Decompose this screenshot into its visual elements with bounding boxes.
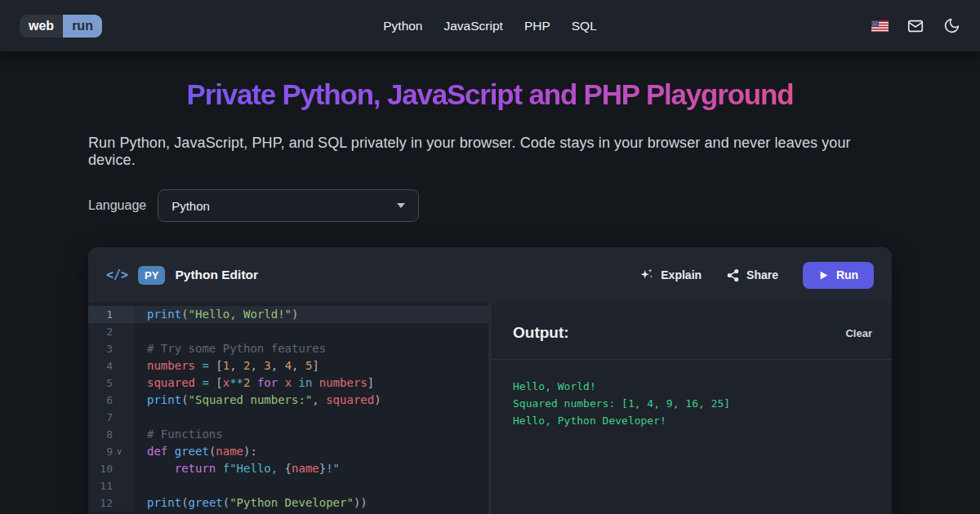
logo-run: run: [63, 15, 102, 38]
line-number: 3: [88, 340, 134, 357]
page-subtitle: Run Python, JavaScript, PHP, and SQL pri…: [88, 135, 892, 169]
output-line: Hello, World!: [513, 378, 871, 395]
line-number: 12: [88, 494, 134, 512]
logo[interactable]: web run: [20, 15, 102, 38]
mail-icon[interactable]: [906, 17, 924, 35]
editor-header: </> PY Python Editor Explain: [88, 247, 892, 303]
code-lines: 1print("Hello, World!")23# Try some Pyth…: [88, 306, 488, 512]
navbar: web run PythonJavaScriptPHPSQL: [0, 0, 980, 51]
line-number: 1: [88, 306, 134, 323]
code-editor[interactable]: 1print("Hello, World!")23# Try some Pyth…: [88, 303, 488, 514]
output-line: Hello, Python Developer!: [513, 412, 871, 429]
line-number: 10: [88, 460, 134, 477]
code-line-12[interactable]: 12print(greet("Python Developer")): [88, 494, 488, 512]
code-icon: </>: [106, 268, 128, 282]
nav-links: PythonJavaScriptPHPSQL: [383, 19, 597, 33]
logo-web: web: [20, 15, 63, 38]
line-number: 11: [88, 477, 134, 494]
language-row: Language Python: [88, 189, 892, 222]
line-number: 4: [88, 357, 134, 374]
page-title: Private Python, JavaScript and PHP Playg…: [88, 78, 892, 111]
language-label: Language: [88, 198, 146, 213]
editor-body: 1print("Hello, World!")23# Try some Pyth…: [88, 303, 892, 514]
output-line: Squared numbers: [1, 4, 9, 16, 25]: [513, 395, 871, 412]
code-line-11[interactable]: 11: [88, 477, 488, 494]
explain-button[interactable]: Explain: [639, 268, 702, 282]
run-label: Run: [836, 268, 858, 281]
play-icon: [818, 270, 829, 281]
navbar-right: [597, 17, 960, 35]
code-line-3[interactable]: 3# Try some Python features: [88, 340, 488, 357]
code-line-7[interactable]: 7: [88, 409, 488, 426]
output-heading: Output:: [513, 324, 569, 342]
line-number: 8: [88, 426, 134, 443]
nav-link-javascript[interactable]: JavaScript: [444, 19, 503, 33]
editor-header-left: </> PY Python Editor: [106, 266, 258, 285]
output-panel: Output: Clear Hello, World!Squared numbe…: [492, 303, 892, 514]
code-line-5[interactable]: 5squared = [x**2 for x in numbers]: [88, 374, 488, 392]
run-button[interactable]: Run: [803, 262, 874, 289]
output-header: Output: Clear: [492, 303, 892, 360]
chevron-down-icon: [397, 203, 405, 208]
line-number: 2: [88, 323, 134, 340]
code-line-9[interactable]: 9vdef greet(name):: [88, 443, 488, 460]
editor-card: </> PY Python Editor Explain: [88, 247, 892, 514]
line-number: 5: [88, 374, 134, 392]
navbar-left: web run: [20, 15, 383, 38]
nav-link-sql[interactable]: SQL: [572, 19, 597, 33]
editor-header-right: Explain Share: [639, 262, 874, 289]
clear-button[interactable]: Clear: [845, 327, 872, 339]
language-select[interactable]: Python: [158, 189, 419, 222]
moon-icon[interactable]: [942, 17, 960, 35]
share-label: Share: [746, 268, 778, 281]
nav-link-php[interactable]: PHP: [524, 19, 550, 33]
share-button[interactable]: Share: [726, 268, 778, 282]
code-line-8[interactable]: 8# Functions: [88, 426, 488, 443]
nav-link-python[interactable]: Python: [383, 19, 422, 33]
share-icon: [726, 268, 740, 282]
explain-label: Explain: [661, 268, 702, 281]
us-flag-icon[interactable]: [871, 17, 889, 35]
code-line-6[interactable]: 6print("Squared numbers:", squared): [88, 392, 488, 409]
output-content: Hello, World!Squared numbers: [1, 4, 9, …: [492, 360, 892, 447]
code-line-2[interactable]: 2: [88, 323, 488, 340]
code-line-10[interactable]: 10 return f"Hello, {name}!": [88, 460, 488, 477]
code-line-4[interactable]: 4numbers = [1, 2, 3, 4, 5]: [88, 357, 488, 374]
main-content: Private Python, JavaScript and PHP Playg…: [88, 78, 892, 514]
editor-title: Python Editor: [175, 268, 258, 282]
fold-chevron-icon[interactable]: v: [113, 443, 134, 460]
sparkles-icon: [639, 268, 654, 282]
line-number: 7: [88, 409, 134, 426]
line-number: 9v: [88, 443, 134, 460]
python-badge: PY: [138, 266, 165, 285]
code-line-1[interactable]: 1print("Hello, World!"): [88, 306, 488, 323]
line-number: 6: [88, 392, 134, 409]
language-selected-value: Python: [172, 199, 210, 213]
